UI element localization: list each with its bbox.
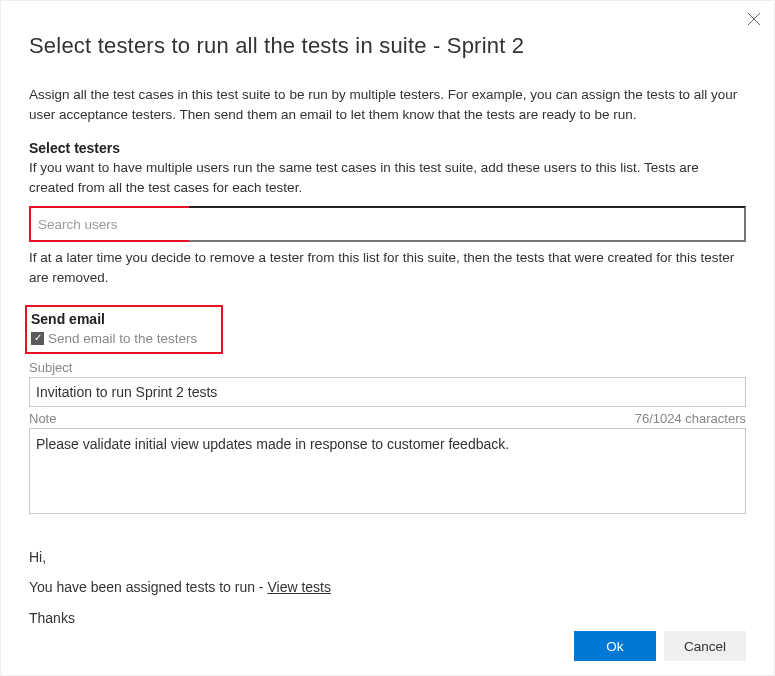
subject-input[interactable]: [29, 377, 746, 407]
email-preview: Hi, You have been assigned tests to run …: [29, 542, 746, 636]
select-testers-desc: If you want to have multiple users run t…: [29, 158, 746, 199]
search-users-input-ext[interactable]: [189, 206, 746, 242]
remove-tester-note: If at a later time you decide to remove …: [29, 248, 746, 289]
note-textarea[interactable]: [29, 428, 746, 514]
preview-body: You have been assigned tests to run -: [29, 579, 267, 595]
note-label: Note: [29, 411, 56, 426]
note-counter: 76/1024 characters: [635, 411, 746, 426]
view-tests-link[interactable]: View tests: [267, 579, 331, 595]
send-email-checkbox[interactable]: ✓: [31, 332, 44, 345]
send-email-checkbox-label: Send email to the testers: [48, 331, 197, 346]
ok-button[interactable]: Ok: [574, 631, 656, 661]
send-email-heading: Send email: [31, 311, 215, 327]
intro-text: Assign all the test cases in this test s…: [29, 85, 746, 126]
search-highlight: [29, 206, 191, 242]
cancel-button[interactable]: Cancel: [664, 631, 746, 661]
preview-signoff: Thanks: [29, 603, 746, 634]
select-testers-heading: Select testers: [29, 140, 746, 156]
subject-label: Subject: [29, 360, 746, 375]
search-users-input[interactable]: [32, 209, 188, 239]
preview-greeting: Hi,: [29, 542, 746, 573]
dialog-footer: Ok Cancel: [574, 631, 746, 661]
send-email-highlight: Send email ✓ Send email to the testers: [25, 305, 223, 354]
close-icon[interactable]: [746, 11, 762, 27]
dialog-title: Select testers to run all the tests in s…: [1, 1, 774, 59]
